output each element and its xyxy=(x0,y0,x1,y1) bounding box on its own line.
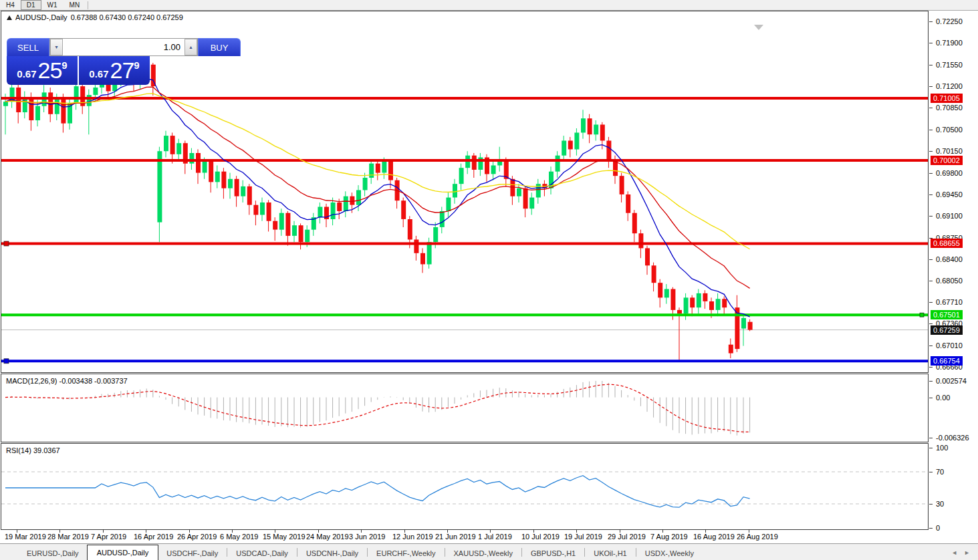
sell-button[interactable]: SELL xyxy=(7,38,49,56)
axis-tick-label: 0.00 xyxy=(936,394,950,402)
ema-fast-line xyxy=(5,79,750,317)
date-tick-label: 16 Apr 2019 xyxy=(134,533,173,541)
date-tick-label: 19 Jul 2019 xyxy=(564,533,602,541)
date-tick-label: 1 Jul 2019 xyxy=(478,533,512,541)
tab-scroll-right-icon[interactable]: ► xyxy=(964,549,970,556)
buy-price-big: 27 xyxy=(110,57,134,84)
toolbar-separator xyxy=(88,1,88,9)
timeframe-toolbar: H4D1W1MN xyxy=(0,0,978,11)
one-click-trading-panel: SELL ▼ ▲ BUY 0.67 25 9 0.67 27 9 xyxy=(7,38,150,85)
axis-tick-label: 0.70850 xyxy=(936,104,963,112)
tab-separator xyxy=(636,548,636,557)
chart-symbol: AUDUSD-,Daily xyxy=(15,13,68,21)
axis-tick-label: 0.67010 xyxy=(936,341,963,349)
date-tick-label: 12 Jun 2019 xyxy=(392,533,433,541)
axis-tick-label: 0.70500 xyxy=(936,126,963,134)
axis-tick-label: 0.70150 xyxy=(936,147,963,155)
volume-box: ▼ ▲ xyxy=(49,38,198,56)
axis-tick-label: 0.69800 xyxy=(936,169,963,177)
axis-tick-label: 100 xyxy=(936,444,948,452)
date-tick-label: 7 Apr 2019 xyxy=(91,533,126,541)
volume-increase-button[interactable]: ▲ xyxy=(185,39,197,55)
tab-separator xyxy=(367,548,368,557)
buy-price-prefix: 0.67 xyxy=(89,68,108,80)
chart-ohlc-values: 0.67388 0.67430 0.67240 0.67259 xyxy=(71,13,183,21)
symbol-marker-icon xyxy=(7,15,12,20)
current-price-tag: 0.67259 xyxy=(931,325,963,335)
tab-separator xyxy=(227,548,227,557)
sell-price-prefix: 0.67 xyxy=(17,68,36,80)
axis-tick-label: 0.69450 xyxy=(936,190,963,198)
axis-tick-label: 0.68400 xyxy=(936,255,963,263)
chart-tab-audusd[interactable]: AUDUSD-,Daily xyxy=(87,545,159,560)
date-tick-label: 26 Aug 2019 xyxy=(737,533,778,541)
axis-tick-label: -0.006326 xyxy=(936,434,969,442)
date-tick-label: 24 May 2019 xyxy=(306,533,349,541)
chart-tab-xauusd[interactable]: XAUUSD-,Weekly xyxy=(446,547,521,560)
date-axis[interactable]: 19 Mar 201928 Mar 20197 Apr 201916 Apr 2… xyxy=(1,530,928,543)
date-tick-label: 7 Aug 2019 xyxy=(650,533,688,541)
date-tick-label: 10 Jul 2019 xyxy=(521,533,560,541)
chart-tab-usdcad[interactable]: USDCAD-,Daily xyxy=(228,547,296,560)
axis-tick-label: 0 xyxy=(936,524,940,532)
date-tick-label: 21 Jun 2019 xyxy=(435,533,476,541)
date-tick-label: 6 May 2019 xyxy=(220,533,258,541)
level-price-tag: 0.67501 xyxy=(931,310,963,319)
chart-tab-gbpusd[interactable]: GBPUSD-,H1 xyxy=(523,547,584,560)
chart-shift-marker-icon xyxy=(754,25,763,30)
chart-tab-usdchf[interactable]: USDCHF-,Daily xyxy=(158,547,226,560)
macd-label: MACD(12,26,9) -0.003438 -0.003737 xyxy=(6,377,128,385)
timeframe-button-h4[interactable]: H4 xyxy=(0,0,21,10)
date-tick-label: 26 Apr 2019 xyxy=(177,533,217,541)
chart-tab-usdx[interactable]: USDX-,Weekly xyxy=(637,547,702,560)
rsi-line xyxy=(5,476,750,508)
date-tick-label: 28 Mar 2019 xyxy=(47,533,89,541)
price-chart-pane[interactable]: AUDUSD-,Daily 0.67388 0.67430 0.67240 0.… xyxy=(1,11,929,373)
ema-mid-line xyxy=(5,87,750,288)
rsi-chart[interactable] xyxy=(1,444,928,529)
sell-price-big: 25 xyxy=(38,57,62,84)
trading-terminal: H4D1W1MN AUDUSD-,Daily 0.67388 0.67430 0… xyxy=(0,0,978,560)
volume-input[interactable] xyxy=(63,39,185,55)
level-price-tag: 0.71005 xyxy=(931,94,963,103)
macd-indicator-pane[interactable]: MACD(12,26,9) -0.003438 -0.003737 xyxy=(1,374,929,442)
level-price-tag: 0.66754 xyxy=(931,356,963,366)
chart-tab-ukoil[interactable]: UKOil-,H1 xyxy=(586,547,635,560)
macd-chart[interactable] xyxy=(1,374,928,442)
price-axis[interactable]: 0.722500.719000.715500.712000.708500.705… xyxy=(929,11,978,530)
axis-tick-label: 0.69100 xyxy=(936,212,963,220)
rsi-indicator-pane[interactable]: RSI(14) 39.0367 xyxy=(1,443,929,530)
rsi-label: RSI(14) 39.0367 xyxy=(6,446,60,454)
chart-title: AUDUSD-,Daily 0.67388 0.67430 0.67240 0.… xyxy=(7,13,183,21)
volume-decrease-button[interactable]: ▼ xyxy=(50,39,63,55)
date-tick-label: 16 Aug 2019 xyxy=(693,533,735,541)
tab-separator xyxy=(521,548,522,557)
axis-tick-label: 70 xyxy=(936,468,944,476)
timeframe-button-mn[interactable]: MN xyxy=(64,0,86,10)
axis-tick-label: 0.71200 xyxy=(936,82,963,90)
axis-tick-label: 0.68050 xyxy=(936,277,963,285)
buy-price-sup: 9 xyxy=(134,59,139,71)
date-tick-label: 15 May 2019 xyxy=(263,533,305,541)
date-tick-label: 29 Jul 2019 xyxy=(608,533,646,541)
tab-separator xyxy=(445,548,445,557)
buy-price-display[interactable]: 0.67 27 9 xyxy=(79,56,150,85)
level-price-tag: 0.70002 xyxy=(931,156,963,165)
sell-price-sup: 9 xyxy=(62,59,67,71)
chart-tab-usdcnh[interactable]: USDCNH-,Daily xyxy=(298,547,366,560)
chart-tab-bar: EURUSD-,DailyAUDUSD-,DailyUSDCHF-,DailyU… xyxy=(0,543,978,560)
sell-price-display[interactable]: 0.67 25 9 xyxy=(7,56,78,85)
axis-tick-label: 0.71550 xyxy=(936,61,963,69)
chart-tab-eurusd[interactable]: EURUSD-,Daily xyxy=(19,547,87,560)
axis-tick-label: 0.67710 xyxy=(936,298,963,306)
date-tick-label: 3 Jun 2019 xyxy=(349,533,385,541)
chart-tab-eurchf[interactable]: EURCHF-,Weekly xyxy=(368,547,443,560)
buy-button[interactable]: BUY xyxy=(198,38,241,56)
axis-tick-label: 0.71900 xyxy=(936,39,963,47)
level-price-tag: 0.68655 xyxy=(931,239,963,248)
timeframe-button-w1[interactable]: W1 xyxy=(41,0,64,10)
tab-separator xyxy=(584,548,585,557)
macd-signal-line xyxy=(5,384,750,432)
tab-scroll-left-icon[interactable]: ◄ xyxy=(951,549,957,556)
timeframe-button-d1[interactable]: D1 xyxy=(21,0,41,10)
